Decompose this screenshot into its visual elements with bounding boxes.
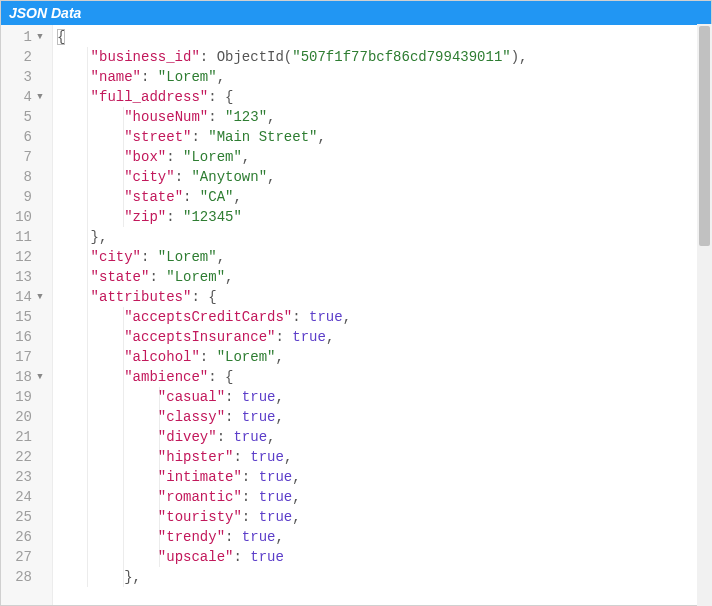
token-bool: true: [250, 549, 284, 565]
line-number: 27: [1, 547, 46, 567]
code-line[interactable]: "intimate": true,: [57, 467, 711, 487]
scrollbar-thumb[interactable]: [699, 26, 710, 246]
code-line[interactable]: "state": "CA",: [57, 187, 711, 207]
line-number: 10: [1, 207, 46, 227]
token-punc: ,: [292, 509, 300, 525]
token-key: "state": [91, 269, 150, 285]
token-punc: :: [225, 389, 242, 405]
token-punc: },: [124, 569, 141, 585]
line-number: 6: [1, 127, 46, 147]
fold-toggle-icon[interactable]: ▼: [34, 87, 46, 107]
line-number: 19: [1, 387, 46, 407]
code-line[interactable]: {: [57, 27, 711, 47]
token-key: "trendy": [158, 529, 225, 545]
code-line[interactable]: },: [57, 227, 711, 247]
token-key: "full_address": [91, 89, 209, 105]
token-punc: ,: [292, 489, 300, 505]
token-bool: true: [259, 489, 293, 505]
token-str: "123": [225, 109, 267, 125]
line-number: 24: [1, 487, 46, 507]
token-punc: ,: [217, 249, 225, 265]
token-punc: :: [141, 249, 158, 265]
token-key: "street": [124, 129, 191, 145]
code-line[interactable]: "classy": true,: [57, 407, 711, 427]
token-str: "12345": [183, 209, 242, 225]
panel-title-bar: JSON Data: [1, 1, 711, 25]
line-number: 12: [1, 247, 46, 267]
code-line[interactable]: "romantic": true,: [57, 487, 711, 507]
code-line[interactable]: "box": "Lorem",: [57, 147, 711, 167]
code-line[interactable]: "trendy": true,: [57, 527, 711, 547]
line-number: 8: [1, 167, 46, 187]
token-punc: :: [166, 149, 183, 165]
code-line[interactable]: "state": "Lorem",: [57, 267, 711, 287]
code-line[interactable]: "acceptsInsurance": true,: [57, 327, 711, 347]
token-key: "box": [124, 149, 166, 165]
code-line[interactable]: },: [57, 567, 711, 587]
token-str: "Anytown": [191, 169, 267, 185]
token-bool: true: [242, 389, 276, 405]
token-key: "name": [91, 69, 141, 85]
token-key: "acceptsCreditCards": [124, 309, 292, 325]
token-punc: ,: [217, 69, 225, 85]
code-line[interactable]: "attributes": {: [57, 287, 711, 307]
token-bool: true: [242, 409, 276, 425]
code-line[interactable]: "ambience": {: [57, 367, 711, 387]
json-editor-panel: JSON Data 1▼234▼567891011121314▼15161718…: [0, 0, 712, 606]
token-punc: ,: [519, 49, 527, 65]
token-punc: ,: [275, 529, 283, 545]
token-bool: true: [259, 469, 293, 485]
token-punc: :: [275, 329, 292, 345]
token-str: "Lorem": [158, 249, 217, 265]
token-punc: ,: [326, 329, 334, 345]
fold-toggle-icon[interactable]: ▼: [34, 367, 46, 387]
line-number: 13: [1, 267, 46, 287]
line-number: 17: [1, 347, 46, 367]
token-punc: {: [57, 29, 65, 45]
code-line[interactable]: "touristy": true,: [57, 507, 711, 527]
code-line[interactable]: "hipster": true,: [57, 447, 711, 467]
token-str: "507f1f77bcf86cd799439011": [292, 49, 510, 65]
code-line[interactable]: "business_id": ObjectId("507f1f77bcf86cd…: [57, 47, 711, 67]
token-punc: :: [166, 209, 183, 225]
code-line[interactable]: "casual": true,: [57, 387, 711, 407]
token-str: "Lorem": [158, 69, 217, 85]
token-str: "CA": [200, 189, 234, 205]
code-line[interactable]: "acceptsCreditCards": true,: [57, 307, 711, 327]
code-line[interactable]: "city": "Lorem",: [57, 247, 711, 267]
line-number: 14▼: [1, 287, 46, 307]
code-line[interactable]: "full_address": {: [57, 87, 711, 107]
code-line[interactable]: "zip": "12345": [57, 207, 711, 227]
vertical-scrollbar[interactable]: [697, 24, 712, 606]
line-number: 2: [1, 47, 46, 67]
fold-toggle-icon[interactable]: ▼: [34, 287, 46, 307]
token-punc: :: [242, 489, 259, 505]
token-punc: ,: [275, 349, 283, 365]
token-key: "zip": [124, 209, 166, 225]
token-punc: : {: [208, 89, 233, 105]
token-punc: ,: [343, 309, 351, 325]
token-punc: ,: [317, 129, 325, 145]
code-line[interactable]: "divey": true,: [57, 427, 711, 447]
code-line[interactable]: "city": "Anytown",: [57, 167, 711, 187]
token-punc: :: [183, 189, 200, 205]
code-area[interactable]: { "business_id": ObjectId("507f1f77bcf86…: [53, 25, 711, 605]
code-line[interactable]: "street": "Main Street",: [57, 127, 711, 147]
line-number: 3: [1, 67, 46, 87]
token-bool: true: [250, 449, 284, 465]
token-punc: ,: [225, 269, 233, 285]
code-line[interactable]: "name": "Lorem",: [57, 67, 711, 87]
token-key: "upscale": [158, 549, 234, 565]
fold-toggle-icon[interactable]: ▼: [34, 27, 46, 47]
token-punc: :: [292, 309, 309, 325]
token-str: "Lorem": [183, 149, 242, 165]
token-key: "houseNum": [124, 109, 208, 125]
line-number: 11: [1, 227, 46, 247]
token-key: "hipster": [158, 449, 234, 465]
code-line[interactable]: "alcohol": "Lorem",: [57, 347, 711, 367]
editor[interactable]: 1▼234▼567891011121314▼15161718▼192021222…: [1, 25, 711, 605]
code-line[interactable]: "upscale": true: [57, 547, 711, 567]
token-punc: ,: [242, 149, 250, 165]
token-key: "attributes": [91, 289, 192, 305]
code-line[interactable]: "houseNum": "123",: [57, 107, 711, 127]
